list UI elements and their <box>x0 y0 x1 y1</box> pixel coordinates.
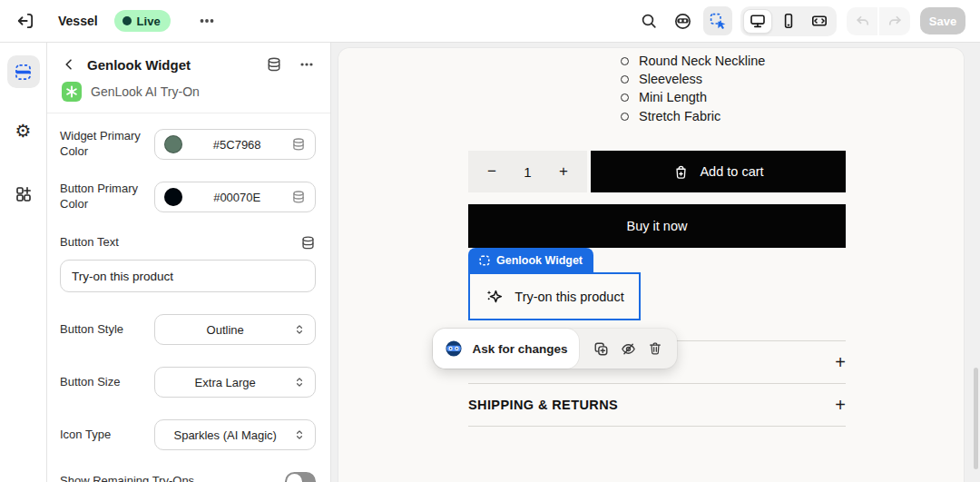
button-text-label-row: Button Text <box>60 234 316 251</box>
back-chevron-icon <box>62 57 76 72</box>
selection-marquee-icon <box>479 255 490 266</box>
button-style-row: Button Style Outline <box>60 314 316 345</box>
redo-button[interactable] <box>879 7 910 35</box>
accordion-row-shipping[interactable]: SHIPPING & RETURNS + <box>468 383 846 427</box>
block-floating-toolbar: Ask for changes <box>433 329 677 369</box>
dynamic-source-header-button[interactable] <box>265 55 283 74</box>
select-mode-icon <box>709 12 727 30</box>
buy-it-now-button[interactable]: Buy it now <box>468 204 846 248</box>
gear-icon: ⚙ <box>15 122 32 140</box>
block-more-actions-button[interactable] <box>298 55 316 74</box>
show-remaining-row: Show Remaining Try-Ons <box>60 472 316 482</box>
icon-type-value: Sparkles (AI Magic) <box>164 428 286 442</box>
icon-type-label: Icon Type <box>60 428 154 443</box>
full-width-preview-button[interactable] <box>805 9 834 34</box>
app-embeds-rail-button[interactable] <box>7 178 40 211</box>
button-primary-color-label: Button Primary Color <box>60 182 154 212</box>
expand-plus-icon: + <box>835 353 846 371</box>
dynamic-source-icon <box>291 137 306 152</box>
ask-for-changes-button[interactable]: Ask for changes <box>433 329 579 369</box>
live-dot-icon <box>122 16 132 25</box>
dynamic-source-icon <box>300 235 316 251</box>
button-color-value: #00070E <box>190 191 284 204</box>
icon-type-select[interactable]: Sparkles (AI Magic) <box>154 419 316 450</box>
exit-editor-button[interactable] <box>13 8 38 34</box>
button-style-select[interactable]: Outline <box>154 314 316 345</box>
back-button[interactable] <box>60 55 78 74</box>
scrollbar-thumb[interactable] <box>974 368 978 469</box>
add-to-cart-button[interactable]: Add to cart <box>591 151 846 192</box>
feature-item: Stretch Fabric <box>620 107 765 125</box>
select-chevrons-icon <box>293 376 306 389</box>
preview-canvas: Round Neck Neckline Sleeveless Mini Leng… <box>331 43 980 482</box>
button-text-input[interactable] <box>60 260 316 292</box>
delete-block-button[interactable] <box>644 338 666 359</box>
duplicate-icon <box>593 340 610 358</box>
theme-more-actions-button[interactable] <box>194 8 220 34</box>
quantity-decrease-button[interactable]: − <box>483 162 501 181</box>
expand-plus-icon: + <box>835 396 846 414</box>
search-icon <box>640 12 658 30</box>
select-chevrons-icon <box>293 323 306 336</box>
button-primary-color-row: Button Primary Color #00070E <box>60 182 316 212</box>
genlook-app-icon <box>62 82 82 102</box>
desktop-preview-button[interactable] <box>743 9 772 34</box>
live-badge-label: Live <box>137 15 161 28</box>
panel-title: Genlook Widget <box>87 57 256 73</box>
app-name: GenLook AI Try-On <box>91 84 200 99</box>
button-style-value: Outline <box>164 323 286 337</box>
select-chevrons-icon <box>293 428 306 441</box>
button-size-label: Button Size <box>60 375 154 390</box>
widget-primary-color-label: Widget Primary Color <box>60 129 154 160</box>
search-button[interactable] <box>636 8 662 34</box>
mobile-icon <box>779 12 798 30</box>
show-remaining-label: Show Remaining Try-Ons <box>60 474 194 482</box>
select-mode-button[interactable] <box>703 6 732 35</box>
button-size-row: Button Size Extra Large <box>60 367 316 398</box>
widget-color-swatch <box>164 135 182 153</box>
add-to-cart-label: Add to cart <box>700 164 763 179</box>
editor-icon-rail: ⚙ <box>0 43 47 482</box>
button-text-dynamic-source-button[interactable] <box>299 234 316 251</box>
accordion-title: SHIPPING & RETURNS <box>468 398 618 412</box>
full-width-icon <box>810 12 828 30</box>
button-size-select[interactable]: Extra Large <box>154 367 316 398</box>
panel-header: Genlook Widget <box>47 43 330 113</box>
quantity-value: 1 <box>524 164 531 180</box>
dynamic-source-icon <box>266 56 282 73</box>
hide-block-button[interactable] <box>617 338 639 359</box>
duplicate-block-button[interactable] <box>590 338 612 359</box>
sections-rail-button[interactable] <box>7 55 40 88</box>
toggle-knob <box>287 474 302 482</box>
mobile-preview-button[interactable] <box>774 9 803 34</box>
icon-type-row: Icon Type Sparkles (AI Magic) <box>60 419 316 450</box>
redo-icon <box>887 13 904 30</box>
undo-icon <box>854 13 871 30</box>
genlook-widget-selection[interactable]: Try-on this product <box>468 272 641 320</box>
purchase-row: − 1 + Add to cart <box>468 151 846 192</box>
theme-settings-rail-button[interactable]: ⚙ <box>7 114 40 147</box>
feature-item: Round Neck Neckline <box>620 52 765 70</box>
undo-button[interactable] <box>847 7 877 35</box>
selected-block-tab[interactable]: Genlook Widget <box>468 248 593 273</box>
widget-primary-color-picker[interactable]: #5C7968 <box>154 129 316 160</box>
eye-slash-icon <box>620 340 637 358</box>
sidekick-robot-icon <box>444 339 464 359</box>
button-size-value: Extra Large <box>164 376 286 389</box>
save-button[interactable]: Save <box>920 7 965 34</box>
tryon-button-label: Try-on this product <box>514 290 623 304</box>
feature-item: Sleeveless <box>620 70 765 88</box>
theme-editor-window: Vessel Live <box>0 0 980 482</box>
theme-name: Vessel <box>58 14 98 28</box>
preview-inspector-button[interactable] <box>670 8 695 34</box>
cart-bag-plus-icon <box>672 163 690 181</box>
quantity-increase-button[interactable]: + <box>554 162 573 181</box>
block-settings-panel: Genlook Widget <box>47 43 331 482</box>
product-feature-list: Round Neck Neckline Sleeveless Mini Leng… <box>620 52 765 125</box>
show-remaining-toggle[interactable] <box>285 472 316 482</box>
live-status-badge: Live <box>114 10 171 32</box>
button-primary-color-picker[interactable]: #00070E <box>154 182 316 212</box>
desktop-icon <box>749 12 767 30</box>
selected-block-tab-label: Genlook Widget <box>496 254 583 267</box>
settings-fields: Widget Primary Color #5C7968 Button Prim… <box>47 113 330 482</box>
